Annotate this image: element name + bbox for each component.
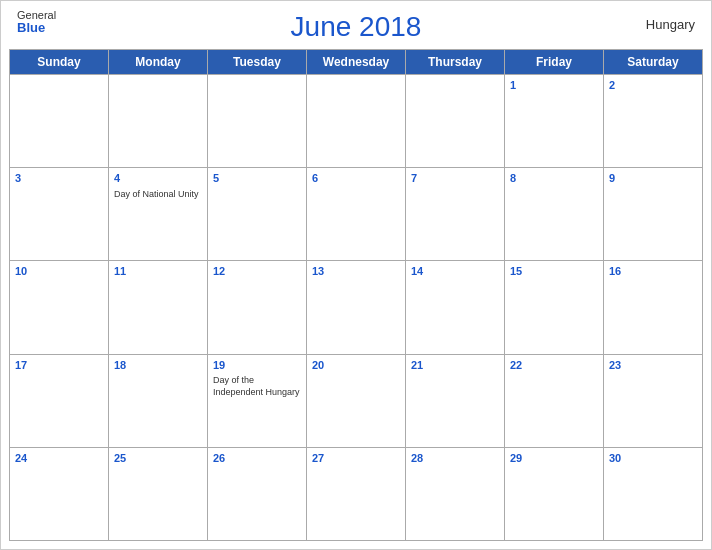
header-wednesday: Wednesday (307, 50, 406, 75)
cell-w4-d1: 25 (109, 448, 208, 541)
date-w1-d1: 4 (114, 171, 202, 186)
week-row-4: 24252627282930 (10, 448, 703, 541)
date-w3-d1: 18 (114, 358, 202, 373)
date-w3-d3: 20 (312, 358, 400, 373)
cell-w0-d6: 2 (604, 75, 703, 168)
cell-w3-d1: 18 (109, 355, 208, 448)
header-monday: Monday (109, 50, 208, 75)
date-w2-d5: 15 (510, 264, 598, 279)
cell-w0-d4 (406, 75, 505, 168)
date-w4-d4: 28 (411, 451, 499, 466)
cell-w4-d0: 24 (10, 448, 109, 541)
logo: General Blue (17, 9, 56, 35)
cell-w4-d2: 26 (208, 448, 307, 541)
date-w3-d6: 23 (609, 358, 697, 373)
header-sunday: Sunday (10, 50, 109, 75)
cell-w1-d4: 7 (406, 168, 505, 261)
date-w2-d2: 12 (213, 264, 301, 279)
date-w1-d2: 5 (213, 171, 301, 186)
cell-w1-d6: 9 (604, 168, 703, 261)
cell-w1-d1: 4Day of National Unity (109, 168, 208, 261)
date-w2-d6: 16 (609, 264, 697, 279)
month-title: June 2018 (291, 11, 422, 43)
week-row-0: 12 (10, 75, 703, 168)
cell-w2-d2: 12 (208, 261, 307, 354)
cell-w4-d5: 29 (505, 448, 604, 541)
cell-w3-d0: 17 (10, 355, 109, 448)
cell-w1-d2: 5 (208, 168, 307, 261)
cell-w0-d5: 1 (505, 75, 604, 168)
calendar-header: General Blue June 2018 Hungary (1, 1, 711, 49)
date-w1-d3: 6 (312, 171, 400, 186)
date-w1-d6: 9 (609, 171, 697, 186)
week-row-1: 34Day of National Unity56789 (10, 168, 703, 261)
date-w3-d2: 19 (213, 358, 301, 373)
date-w0-d5: 1 (510, 78, 598, 93)
week-row-2: 10111213141516 (10, 261, 703, 354)
header-tuesday: Tuesday (208, 50, 307, 75)
cell-w2-d5: 15 (505, 261, 604, 354)
cell-w1-d5: 8 (505, 168, 604, 261)
calendar-rows: 1234Day of National Unity567891011121314… (10, 75, 703, 541)
cell-w0-d0 (10, 75, 109, 168)
date-w1-d4: 7 (411, 171, 499, 186)
date-w4-d6: 30 (609, 451, 697, 466)
date-w3-d0: 17 (15, 358, 103, 373)
date-w2-d3: 13 (312, 264, 400, 279)
date-w3-d5: 22 (510, 358, 598, 373)
date-w4-d1: 25 (114, 451, 202, 466)
date-w4-d2: 26 (213, 451, 301, 466)
cell-w2-d6: 16 (604, 261, 703, 354)
cell-w0-d3 (307, 75, 406, 168)
cell-w3-d3: 20 (307, 355, 406, 448)
date-w4-d5: 29 (510, 451, 598, 466)
cell-w1-d0: 3 (10, 168, 109, 261)
cell-w0-d2 (208, 75, 307, 168)
date-w1-d5: 8 (510, 171, 598, 186)
header-thursday: Thursday (406, 50, 505, 75)
calendar-grid-container: Sunday Monday Tuesday Wednesday Thursday… (9, 49, 703, 541)
cell-w2-d3: 13 (307, 261, 406, 354)
cell-w3-d5: 22 (505, 355, 604, 448)
cell-w3-d2: 19Day of the Independent Hungary (208, 355, 307, 448)
cell-w2-d1: 11 (109, 261, 208, 354)
date-w0-d6: 2 (609, 78, 697, 93)
cell-w3-d6: 23 (604, 355, 703, 448)
day-headers: Sunday Monday Tuesday Wednesday Thursday… (10, 50, 703, 75)
cell-w2-d4: 14 (406, 261, 505, 354)
date-w2-d0: 10 (15, 264, 103, 279)
cell-w0-d1 (109, 75, 208, 168)
week-row-3: 171819Day of the Independent Hungary2021… (10, 355, 703, 448)
date-w2-d4: 14 (411, 264, 499, 279)
cell-w4-d3: 27 (307, 448, 406, 541)
calendar-page: General Blue June 2018 Hungary Sunday Mo… (0, 0, 712, 550)
date-w3-d4: 21 (411, 358, 499, 373)
cell-w1-d3: 6 (307, 168, 406, 261)
date-w2-d1: 11 (114, 264, 202, 279)
cell-w3-d4: 21 (406, 355, 505, 448)
event-w3-d2: Day of the Independent Hungary (213, 375, 301, 398)
country-label: Hungary (646, 17, 695, 32)
logo-blue: Blue (17, 21, 45, 35)
date-w4-d3: 27 (312, 451, 400, 466)
cell-w4-d4: 28 (406, 448, 505, 541)
event-w1-d1: Day of National Unity (114, 189, 202, 201)
date-w1-d0: 3 (15, 171, 103, 186)
header-friday: Friday (505, 50, 604, 75)
cell-w4-d6: 30 (604, 448, 703, 541)
date-w4-d0: 24 (15, 451, 103, 466)
header-saturday: Saturday (604, 50, 703, 75)
cell-w2-d0: 10 (10, 261, 109, 354)
